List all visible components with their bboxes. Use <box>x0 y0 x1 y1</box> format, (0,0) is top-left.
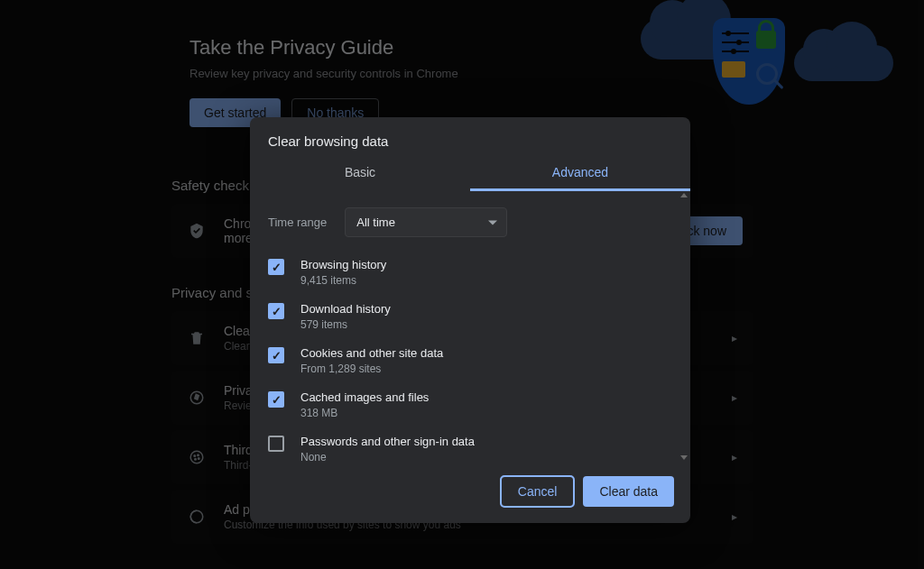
dialog-tabs: Basic Advanced <box>250 154 690 191</box>
ad-privacy-icon <box>188 508 206 526</box>
chevron-down-icon <box>488 220 497 225</box>
svg-point-1 <box>190 451 203 463</box>
checkbox-checked-icon[interactable]: ✓ <box>268 303 284 319</box>
option-title: Cookies and other site data <box>300 346 443 360</box>
checkbox-unchecked-icon[interactable] <box>268 436 284 452</box>
magnifier-icon <box>756 63 778 85</box>
option-browsing-history[interactable]: ✓ Browsing history 9,415 items <box>268 253 681 298</box>
clear-data-button[interactable]: Clear data <box>583 476 674 507</box>
svg-point-3 <box>198 454 199 456</box>
compass-icon <box>188 389 206 407</box>
tab-basic[interactable]: Basic <box>250 154 470 191</box>
option-sub: None <box>300 451 475 462</box>
cloud-icon <box>794 45 893 81</box>
option-cookies[interactable]: ✓ Cookies and other site data From 1,289… <box>268 342 681 386</box>
option-sub: 318 MB <box>300 407 429 419</box>
envelope-icon <box>722 61 745 78</box>
lock-icon <box>756 31 776 49</box>
chevron-right-icon: ▸ <box>732 332 737 344</box>
time-range-select[interactable]: All time <box>345 207 507 237</box>
time-range-row: Time range All time <box>268 202 681 237</box>
option-download-history[interactable]: ✓ Download history 579 items <box>268 298 681 342</box>
promo-illustration <box>623 9 893 135</box>
svg-point-4 <box>195 459 197 461</box>
svg-point-5 <box>199 458 200 460</box>
cancel-button[interactable]: Cancel <box>501 476 575 507</box>
clear-browsing-data-dialog: Clear browsing data Basic Advanced Time … <box>250 117 690 523</box>
scroll-up-icon[interactable] <box>680 193 688 197</box>
time-range-value: All time <box>356 216 395 229</box>
option-title: Passwords and other sign-in data <box>300 435 475 448</box>
scroll-down-icon[interactable] <box>680 455 688 460</box>
svg-point-2 <box>194 455 196 457</box>
chevron-right-icon: ▸ <box>732 451 737 463</box>
shield-icon <box>713 18 785 105</box>
cookie-icon <box>188 448 206 466</box>
dialog-title: Clear browsing data <box>250 117 690 154</box>
checkbox-checked-icon[interactable]: ✓ <box>268 259 284 275</box>
option-sub: 9,415 items <box>300 274 386 287</box>
checkbox-checked-icon[interactable]: ✓ <box>268 347 284 363</box>
option-title: Cached images and files <box>300 390 429 404</box>
option-cached[interactable]: ✓ Cached images and files 318 MB <box>268 386 681 430</box>
chevron-right-icon: ▸ <box>732 391 737 404</box>
chevron-right-icon: ▸ <box>732 510 737 523</box>
option-sub: From 1,289 sites <box>300 363 443 375</box>
shield-check-icon <box>188 222 206 240</box>
checkbox-checked-icon[interactable]: ✓ <box>268 391 284 408</box>
scrollbar[interactable] <box>680 191 688 462</box>
trash-icon <box>188 329 206 347</box>
dialog-footer: Cancel Clear data <box>250 462 690 523</box>
option-title: Browsing history <box>300 258 386 271</box>
option-title: Download history <box>300 302 391 316</box>
tab-advanced[interactable]: Advanced <box>470 154 690 191</box>
dialog-body: Time range All time ✓ Browsing history 9… <box>250 191 690 462</box>
option-passwords[interactable]: Passwords and other sign-in data None <box>268 430 681 462</box>
time-range-label: Time range <box>268 216 327 229</box>
option-sub: 579 items <box>300 318 391 331</box>
